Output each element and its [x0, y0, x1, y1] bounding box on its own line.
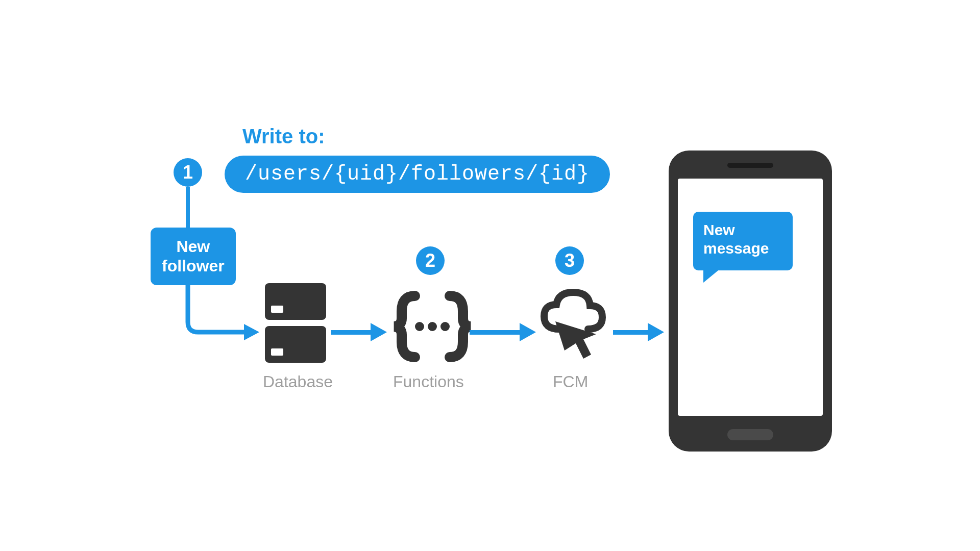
step-3-badge: 3: [555, 246, 584, 275]
functions-icon: [391, 286, 473, 367]
database-icon: [265, 283, 326, 365]
svg-rect-9: [613, 330, 650, 335]
arrow-functions-to-fcm: [470, 320, 536, 344]
database-label: Database: [263, 372, 333, 391]
fcm-cloud-send-icon: [540, 288, 606, 365]
svg-point-6: [440, 322, 450, 331]
arrow-fcm-to-phone: [613, 320, 664, 344]
notification-bubble: New message: [693, 212, 793, 281]
svg-point-5: [428, 322, 437, 331]
arrow-db-to-functions: [331, 320, 387, 344]
database-path-pill: /users/{uid}/followers/{id}: [225, 156, 610, 193]
phone-screen: New message: [678, 179, 823, 416]
speech-bubble-tail: [703, 268, 721, 283]
svg-point-4: [415, 322, 424, 331]
phone-device: New message: [669, 151, 832, 452]
svg-rect-7: [331, 330, 373, 335]
phone-home-button: [727, 429, 773, 440]
phone-body: New message: [669, 151, 832, 452]
new-follower-box: New follower: [151, 228, 236, 285]
functions-label: Functions: [393, 372, 464, 391]
fcm-label: FCM: [553, 372, 588, 391]
svg-rect-0: [265, 283, 326, 320]
svg-rect-8: [470, 330, 522, 335]
connector-line-vertical: [186, 187, 190, 228]
write-to-label: Write to:: [242, 125, 325, 148]
svg-rect-1: [271, 306, 283, 313]
svg-rect-2: [265, 326, 326, 363]
connector-elbow-arrow: [184, 282, 260, 343]
notification-text: New message: [693, 212, 793, 270]
step-1-badge: 1: [174, 158, 202, 187]
diagram-canvas: Write to: /users/{uid}/followers/{id} 1 …: [122, 69, 857, 482]
svg-rect-3: [271, 348, 283, 356]
step-2-badge: 2: [416, 246, 445, 275]
phone-speaker: [727, 163, 773, 168]
